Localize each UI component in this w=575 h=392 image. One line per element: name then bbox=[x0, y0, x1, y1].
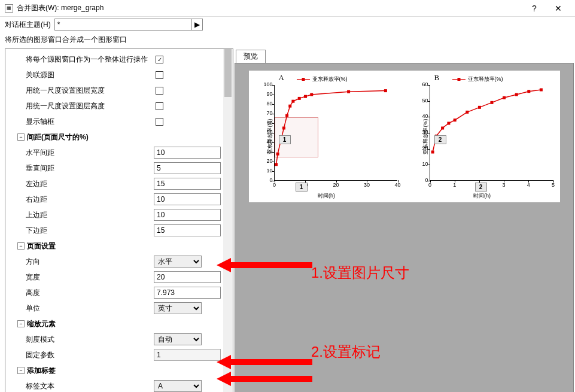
help-button[interactable]: ? bbox=[522, 0, 546, 17]
lbl-fixed: 固定参数 bbox=[26, 350, 154, 360]
section-spacing: 间距(页面尺寸的%) bbox=[27, 132, 221, 142]
svg-marker-26 bbox=[217, 372, 312, 386]
theme-combobox[interactable]: ▶ bbox=[54, 19, 203, 31]
input-top[interactable] bbox=[154, 209, 221, 221]
svg-rect-22 bbox=[527, 90, 530, 93]
svg-rect-7 bbox=[297, 97, 300, 100]
input-hgap[interactable] bbox=[154, 147, 221, 159]
lbl-top: 上边距 bbox=[26, 210, 154, 220]
section-scale: 缩放元素 bbox=[27, 319, 221, 329]
theme-bar: 对话框主题(H) ▶ bbox=[0, 17, 575, 32]
svg-rect-18 bbox=[477, 106, 480, 109]
chart-b-plot: 0102030405060012345 bbox=[430, 85, 553, 181]
readonly-fixed: 1 bbox=[154, 349, 221, 361]
lbl-hgap: 水平间距 bbox=[26, 148, 154, 158]
chart-b-title: B bbox=[434, 73, 440, 83]
layer-marker-1a[interactable]: 1 bbox=[279, 135, 291, 144]
svg-rect-10 bbox=[347, 90, 350, 93]
svg-rect-21 bbox=[515, 93, 518, 96]
lbl-bottom: 下边距 bbox=[26, 226, 154, 236]
scrollbar-thumb[interactable] bbox=[224, 49, 232, 97]
input-right[interactable] bbox=[154, 193, 221, 205]
svg-rect-4 bbox=[285, 114, 288, 117]
input-left[interactable] bbox=[154, 178, 221, 190]
lbl-orientation: 方向 bbox=[26, 257, 154, 267]
description-text: 将所选的图形窗口合并成一个图形窗口 bbox=[0, 32, 575, 48]
toggle-scale[interactable]: − bbox=[17, 320, 25, 327]
chart-a-legend-text: 亚东释放率(%) bbox=[312, 75, 348, 83]
chk-uni-width[interactable] bbox=[156, 87, 163, 95]
chart-area: A 亚东释放率(%) 亚东释放率(%) 时间(h) 01020304050607… bbox=[249, 71, 560, 202]
lbl-unit: 单位 bbox=[26, 303, 154, 314]
theme-input[interactable] bbox=[55, 19, 191, 30]
lbl-scale-mode: 刻度模式 bbox=[26, 335, 154, 345]
opt-uni-width: 用统一尺度设置图层宽度 bbox=[26, 86, 156, 96]
titlebar: ▦ 合并图表(W): merge_graph ? ✕ bbox=[0, 0, 575, 17]
svg-rect-16 bbox=[453, 118, 456, 121]
input-height[interactable] bbox=[154, 287, 221, 299]
chk-treat-whole[interactable]: ✓ bbox=[156, 56, 163, 63]
tab-bar: 预览 bbox=[235, 48, 574, 63]
input-vgap[interactable] bbox=[154, 162, 221, 174]
layer-marker-2b[interactable]: 2 bbox=[475, 183, 487, 192]
theme-label: 对话框主题(H) bbox=[5, 20, 51, 30]
chart-a-title: A bbox=[279, 73, 284, 83]
svg-rect-6 bbox=[291, 100, 294, 103]
layer-marker-2a[interactable]: 2 bbox=[434, 135, 446, 144]
chk-uni-height[interactable] bbox=[156, 102, 163, 110]
section-label: 添加标签 bbox=[27, 366, 221, 376]
scrollbar[interactable] bbox=[223, 49, 233, 392]
toggle-spacing[interactable]: − bbox=[17, 133, 25, 141]
close-button[interactable]: ✕ bbox=[546, 0, 570, 17]
svg-rect-15 bbox=[447, 122, 450, 125]
chk-show-frame[interactable] bbox=[156, 118, 163, 126]
svg-rect-17 bbox=[466, 111, 468, 114]
chart-a: A 亚东释放率(%) 亚东释放率(%) 时间(h) 01020304050607… bbox=[249, 71, 404, 202]
select-label-text[interactable]: A bbox=[154, 380, 202, 392]
svg-marker-25 bbox=[217, 355, 312, 369]
svg-rect-0 bbox=[275, 163, 278, 166]
lbl-height: 高度 bbox=[26, 288, 154, 298]
preview-panel: 预览 A 亚东释放率(%) 亚东释放率(%) 时间(h) 01020304050… bbox=[235, 48, 574, 392]
window-title: 合并图表(W): merge_graph bbox=[17, 3, 522, 13]
chk-link-source[interactable] bbox=[156, 71, 163, 79]
chart-a-legend: 亚东释放率(%) bbox=[297, 75, 348, 83]
chart-b-xlabel: 时间(h) bbox=[473, 192, 491, 200]
svg-rect-12 bbox=[431, 151, 434, 154]
opt-treat-whole: 将每个源图窗口作为一个整体进行操作 bbox=[26, 54, 156, 65]
select-unit[interactable]: 英寸 bbox=[154, 302, 202, 314]
chart-a-xlabel: 时间(h) bbox=[318, 192, 335, 200]
svg-rect-23 bbox=[539, 89, 542, 92]
select-scale-mode[interactable]: 自动 bbox=[154, 333, 202, 345]
input-bottom[interactable] bbox=[154, 224, 221, 236]
theme-dropdown-icon[interactable]: ▶ bbox=[191, 19, 202, 30]
settings-panel: 将每个源图窗口作为一个整体进行操作✓ 关联源图 用统一尺度设置图层宽度 用统一尺… bbox=[5, 48, 233, 392]
svg-rect-9 bbox=[310, 93, 313, 96]
toggle-page[interactable]: − bbox=[17, 242, 25, 250]
lbl-right: 右边距 bbox=[26, 195, 154, 205]
svg-rect-19 bbox=[490, 101, 493, 104]
preview-area: A 亚东释放率(%) 亚东释放率(%) 时间(h) 01020304050607… bbox=[235, 63, 574, 392]
svg-marker-24 bbox=[217, 258, 312, 272]
opt-uni-height: 用统一尺度设置图层高度 bbox=[26, 101, 156, 111]
opt-show-frame: 显示轴框 bbox=[26, 117, 156, 127]
lbl-label-text: 标签文本 bbox=[26, 381, 154, 391]
input-width[interactable] bbox=[154, 271, 221, 283]
chart-a-plot: 0102030405060708090100010203040 bbox=[274, 85, 397, 181]
svg-rect-8 bbox=[304, 95, 307, 98]
svg-rect-1 bbox=[276, 153, 279, 156]
lbl-width: 宽度 bbox=[26, 272, 154, 282]
svg-rect-14 bbox=[441, 127, 444, 130]
lbl-left: 左边距 bbox=[26, 179, 154, 189]
toggle-label[interactable]: − bbox=[17, 367, 25, 374]
select-orientation[interactable]: 水平 bbox=[154, 256, 202, 268]
layer-marker-1b[interactable]: 1 bbox=[296, 183, 308, 192]
arrow-1 bbox=[217, 256, 312, 276]
chart-b: B 亚东释放率(%) 亚东释放率(%) 时间(h) 01020304050600… bbox=[404, 71, 560, 202]
annotation-2: 2.设置标记 bbox=[311, 342, 381, 361]
app-icon: ▦ bbox=[5, 4, 13, 13]
tab-preview[interactable]: 预览 bbox=[236, 50, 266, 63]
svg-rect-11 bbox=[384, 89, 387, 92]
svg-rect-5 bbox=[288, 105, 291, 108]
opt-link-source: 关联源图 bbox=[26, 70, 156, 80]
